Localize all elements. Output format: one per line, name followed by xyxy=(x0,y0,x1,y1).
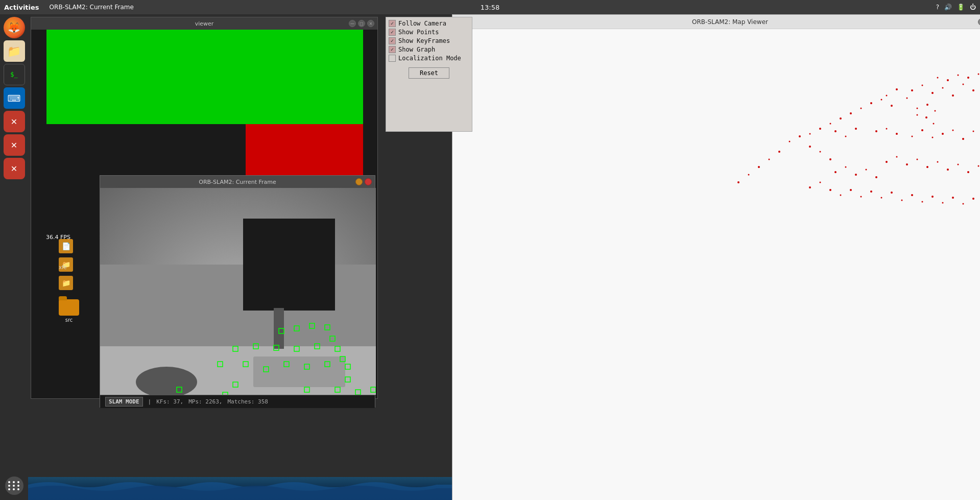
dock-vscode[interactable]: ⌨ xyxy=(4,87,25,109)
svg-point-141 xyxy=(850,112,852,114)
svg-point-170 xyxy=(926,166,928,168)
svg-point-142 xyxy=(861,108,862,109)
svg-point-188 xyxy=(925,116,927,118)
show-graph-checkbox[interactable] xyxy=(389,46,396,53)
kfs-value: KFs: 37, xyxy=(156,398,183,405)
follow-camera-checkbox[interactable] xyxy=(389,20,396,27)
follow-camera-label: Follow Camera xyxy=(398,20,446,27)
svg-point-179 xyxy=(855,174,857,176)
dock-app1[interactable]: ✕ xyxy=(4,111,25,132)
reset-button[interactable]: Reset xyxy=(409,67,449,79)
svg-point-207 xyxy=(758,166,760,168)
svg-point-185 xyxy=(820,151,821,153)
red-block xyxy=(246,124,363,180)
controls-panel: Follow Camera Show Points Show KeyFrames… xyxy=(386,17,472,132)
svg-point-158 xyxy=(962,138,964,140)
svg-point-175 xyxy=(978,165,979,167)
svg-point-92 xyxy=(881,99,882,101)
svg-point-171 xyxy=(937,161,939,163)
svg-point-250 xyxy=(809,186,811,188)
localization-mode-checkbox[interactable] xyxy=(389,55,396,62)
map-viewer-minimize-btn[interactable]: — xyxy=(978,18,980,26)
map-points xyxy=(737,74,980,239)
svg-point-167 xyxy=(896,156,898,158)
show-keyframes-label: Show KeyFrames xyxy=(398,37,450,44)
dock-firefox[interactable]: 🦊 xyxy=(4,17,25,38)
svg-point-261 xyxy=(922,201,923,203)
src-folder-item[interactable]: src xyxy=(59,299,79,323)
top-bar-right: ? 🔊 🔋 ⏻ xyxy=(936,4,976,11)
map-viewer-title: ORB-SLAM2: Map Viewer xyxy=(692,18,768,26)
status-separator: | xyxy=(148,398,152,405)
svg-point-180 xyxy=(866,169,867,171)
follow-camera-row[interactable]: Follow Camera xyxy=(389,20,469,27)
battery-icon: 🔋 xyxy=(957,4,965,11)
top-bar: Activities ORB-SLAM2: Current Frame 13:5… xyxy=(0,0,980,14)
svg-point-103 xyxy=(926,104,928,106)
svg-point-177 xyxy=(834,171,836,173)
show-points-label: Show Points xyxy=(398,29,439,36)
svg-point-259 xyxy=(901,200,903,201)
svg-point-205 xyxy=(778,151,780,153)
app-name-label[interactable]: ORB-SLAM2: Current Frame xyxy=(50,4,134,11)
svg-point-169 xyxy=(917,159,918,160)
svg-point-159 xyxy=(973,131,974,132)
viewer-minimize-btn[interactable]: — xyxy=(349,20,356,27)
file-manager-icon1[interactable]: 📄 xyxy=(59,239,79,253)
show-keyframes-row[interactable]: Show KeyFrames xyxy=(389,37,469,44)
dock-files[interactable]: 📁 xyxy=(4,40,25,62)
show-points-checkbox[interactable] xyxy=(389,29,396,36)
svg-point-183 xyxy=(789,141,791,142)
svg-point-154 xyxy=(921,129,923,131)
svg-point-253 xyxy=(840,195,842,196)
show-apps-button[interactable] xyxy=(5,477,23,495)
localization-mode-row[interactable]: Localization Mode xyxy=(389,55,469,62)
svg-point-90 xyxy=(906,98,908,99)
map-viewer-titlebar: ORB-SLAM2: Map Viewer — □ × xyxy=(452,15,980,29)
svg-point-155 xyxy=(932,137,934,138)
slam-mode-badge: SLAM MODE xyxy=(105,397,143,407)
viewer-close-btn[interactable]: × xyxy=(367,20,374,27)
svg-point-206 xyxy=(769,159,770,160)
svg-point-147 xyxy=(834,130,836,132)
svg-point-265 xyxy=(963,203,964,205)
show-graph-row[interactable]: Show Graph xyxy=(389,46,469,53)
show-points-row[interactable]: Show Points xyxy=(389,29,469,36)
svg-point-255 xyxy=(861,196,862,198)
svg-point-166 xyxy=(886,161,888,163)
xfe-label: xfe xyxy=(59,265,67,270)
dock-app3[interactable]: ✕ xyxy=(4,158,25,179)
current-frame-titlebar: ORB-SLAM2: Current Frame xyxy=(100,176,375,188)
localization-mode-label: Localization Mode xyxy=(398,55,461,62)
dock-app2[interactable]: ✕ xyxy=(4,134,25,156)
activities-label[interactable]: Activities xyxy=(4,4,39,11)
svg-point-152 xyxy=(896,133,898,135)
svg-point-102 xyxy=(917,108,918,109)
svg-point-89 xyxy=(896,88,898,90)
svg-point-80 xyxy=(922,85,923,86)
svg-point-174 xyxy=(967,171,969,173)
svg-point-256 xyxy=(870,191,872,193)
svg-point-168 xyxy=(906,163,908,165)
desktop-background-water xyxy=(28,477,452,500)
camera-image-bg xyxy=(100,188,376,395)
svg-point-153 xyxy=(912,136,913,137)
viewer-maximize-btn[interactable]: □ xyxy=(358,20,365,27)
current-frame-close-btn[interactable] xyxy=(365,178,372,185)
map-viewer-window: ORB-SLAM2: Map Viewer — □ × xyxy=(452,14,980,500)
file-manager-icon3[interactable]: 📁 xyxy=(59,276,79,290)
content-area: viewer — □ × 36.4 FPS xyxy=(28,14,980,500)
svg-point-79 xyxy=(911,89,913,91)
svg-point-83 xyxy=(952,94,954,97)
matches-value: Matches: 358 xyxy=(227,398,268,405)
svg-point-95 xyxy=(947,79,949,81)
svg-point-88 xyxy=(886,95,888,97)
current-frame-minimize-btn[interactable] xyxy=(355,178,363,185)
water-waves-svg xyxy=(28,477,452,500)
show-keyframes-checkbox[interactable] xyxy=(389,37,396,44)
dock-terminal[interactable]: $_ xyxy=(4,64,25,85)
current-frame-title: ORB-SLAM2: Current Frame xyxy=(199,179,276,185)
color-row xyxy=(46,124,363,180)
svg-point-151 xyxy=(886,128,888,130)
svg-point-189 xyxy=(933,123,935,125)
